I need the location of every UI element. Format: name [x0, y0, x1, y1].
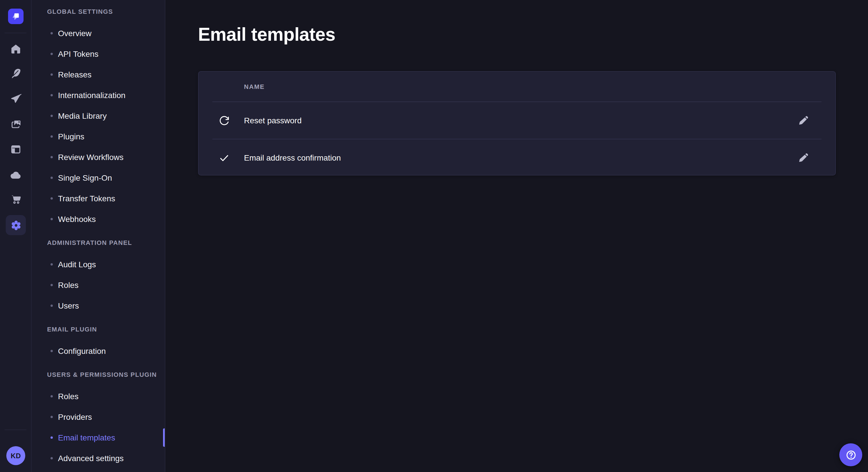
- bullet-icon: [51, 94, 53, 96]
- refresh-icon: [218, 115, 229, 126]
- sidebar-item-single-sign-on[interactable]: Single Sign-On: [32, 167, 165, 188]
- bullet-icon: [51, 135, 53, 138]
- section-label: GLOBAL SETTINGS: [47, 7, 165, 16]
- table-header-name: NAME: [244, 72, 265, 102]
- home-icon: [10, 43, 22, 55]
- bullet-icon: [51, 73, 53, 76]
- sidebar-item-email-configuration[interactable]: Configuration: [32, 341, 165, 361]
- main-nav-rail: KD: [0, 0, 32, 472]
- section-users-permissions-plugin: USERS & PERMISSIONS PLUGIN Roles Provide…: [32, 370, 165, 469]
- rail-item-releases[interactable]: [0, 91, 32, 106]
- sidebar-item-internationalization[interactable]: Internationalization: [32, 85, 165, 105]
- sidebar-item-releases[interactable]: Releases: [32, 64, 165, 85]
- check-icon: [218, 152, 229, 164]
- help-button[interactable]: [839, 443, 862, 466]
- rail-item-marketplace[interactable]: [0, 192, 32, 207]
- section-label: EMAIL PLUGIN: [47, 325, 165, 334]
- question-circle-icon: [845, 449, 857, 461]
- strapi-admin-app: KD GLOBAL SETTINGS Overview API Tokens R…: [0, 0, 868, 472]
- rail-item-media-library[interactable]: [0, 117, 32, 132]
- edit-reset-password-button[interactable]: [794, 111, 812, 130]
- sidebar-item-label: Advanced settings: [58, 453, 124, 463]
- sidebar-item-admin-users[interactable]: Users: [32, 295, 165, 316]
- sidebar-item-admin-roles[interactable]: Roles: [32, 275, 165, 295]
- bullet-icon: [51, 115, 53, 117]
- bullet-icon: [51, 416, 53, 418]
- sidebar-item-label: API Tokens: [58, 49, 98, 59]
- sidebar-item-api-tokens[interactable]: API Tokens: [32, 43, 165, 64]
- sidebar-item-label: Single Sign-On: [58, 173, 112, 182]
- sidebar-item-label: Overview: [58, 29, 92, 38]
- sidebar-item-audit-logs[interactable]: Audit Logs: [32, 254, 165, 275]
- settings-subnav: GLOBAL SETTINGS Overview API Tokens Rele…: [32, 0, 165, 472]
- sidebar-item-webhooks[interactable]: Webhooks: [32, 209, 165, 229]
- paper-plane-icon: [9, 92, 22, 105]
- edit-email-confirmation-button[interactable]: [794, 148, 812, 167]
- sidebar-item-label: Audit Logs: [58, 260, 96, 269]
- bullet-icon: [51, 395, 53, 398]
- rail-item-deploy[interactable]: [0, 167, 32, 182]
- sidebar-item-label: Configuration: [58, 346, 106, 356]
- sidebar-item-label: Providers: [58, 412, 92, 422]
- email-templates-table: NAME Reset password: [198, 71, 836, 175]
- bullet-icon: [51, 436, 53, 439]
- section-global-settings: GLOBAL SETTINGS Overview API Tokens Rele…: [32, 7, 165, 229]
- user-avatar[interactable]: KD: [6, 446, 25, 465]
- sidebar-item-overview[interactable]: Overview: [32, 23, 165, 43]
- avatar-initials: KD: [11, 452, 21, 460]
- bullet-icon: [51, 350, 53, 352]
- bullet-icon: [51, 284, 53, 286]
- bullet-icon: [51, 263, 53, 266]
- sidebar-item-media-library[interactable]: Media Library: [32, 105, 165, 126]
- sidebar-item-providers[interactable]: Providers: [32, 407, 165, 427]
- bullet-icon: [51, 177, 53, 179]
- section-email-plugin: EMAIL PLUGIN Configuration: [32, 325, 165, 361]
- bullet-icon: [51, 218, 53, 220]
- sidebar-item-label: Roles: [58, 392, 79, 401]
- sidebar-item-review-workflows[interactable]: Review Workflows: [32, 147, 165, 167]
- pencil-icon: [798, 152, 809, 163]
- cloud-icon: [9, 168, 22, 181]
- sidebar-item-plugins[interactable]: Plugins: [32, 126, 165, 147]
- sidebar-item-label: Roles: [58, 280, 79, 290]
- sidebar-item-label: Plugins: [58, 132, 84, 141]
- table-row[interactable]: Email address confirmation: [198, 139, 835, 176]
- active-item-indicator: [163, 429, 165, 447]
- sidebar-item-label: Review Workflows: [58, 153, 123, 162]
- bullet-icon: [51, 53, 53, 55]
- sidebar-item-up-roles[interactable]: Roles: [32, 386, 165, 407]
- bullet-icon: [51, 197, 53, 200]
- strapi-logo-icon: [11, 11, 21, 21]
- bullet-icon: [51, 156, 53, 158]
- sidebar-item-label: Media Library: [58, 111, 107, 121]
- layout-icon: [10, 143, 22, 155]
- sidebar-item-label: Releases: [58, 70, 92, 79]
- section-label: ADMINISTRATION PANEL: [47, 238, 165, 247]
- section-administration-panel: ADMINISTRATION PANEL Audit Logs Roles Us…: [32, 238, 165, 316]
- bullet-icon: [51, 305, 53, 307]
- pencil-icon: [798, 115, 809, 126]
- cart-icon: [9, 193, 22, 206]
- rail-divider: [5, 430, 26, 430]
- rail-item-content-type-builder[interactable]: [0, 142, 32, 157]
- sidebar-item-advanced-settings[interactable]: Advanced settings: [32, 448, 165, 469]
- media-library-icon: [9, 118, 22, 131]
- sidebar-item-email-templates[interactable]: Email templates: [32, 427, 165, 448]
- sidebar-item-transfer-tokens[interactable]: Transfer Tokens: [32, 188, 165, 209]
- rail-item-content-manager[interactable]: [0, 66, 32, 81]
- sidebar-item-label: Users: [58, 301, 79, 310]
- gear-icon: [9, 219, 22, 231]
- bullet-icon: [51, 32, 53, 34]
- section-label: USERS & PERMISSIONS PLUGIN: [47, 370, 165, 379]
- sidebar-item-label: Webhooks: [58, 214, 96, 224]
- rail-item-home[interactable]: [0, 41, 32, 56]
- rail-item-settings[interactable]: [6, 215, 26, 235]
- table-row[interactable]: Reset password: [198, 102, 835, 139]
- bullet-icon: [51, 457, 53, 460]
- sidebar-item-label: Internationalization: [58, 91, 125, 100]
- strapi-logo[interactable]: [8, 9, 24, 24]
- sidebar-item-label: Email templates: [58, 433, 115, 442]
- template-name: Reset password: [244, 116, 302, 125]
- template-name: Email address confirmation: [244, 153, 341, 162]
- page-title: Email templates: [198, 24, 335, 45]
